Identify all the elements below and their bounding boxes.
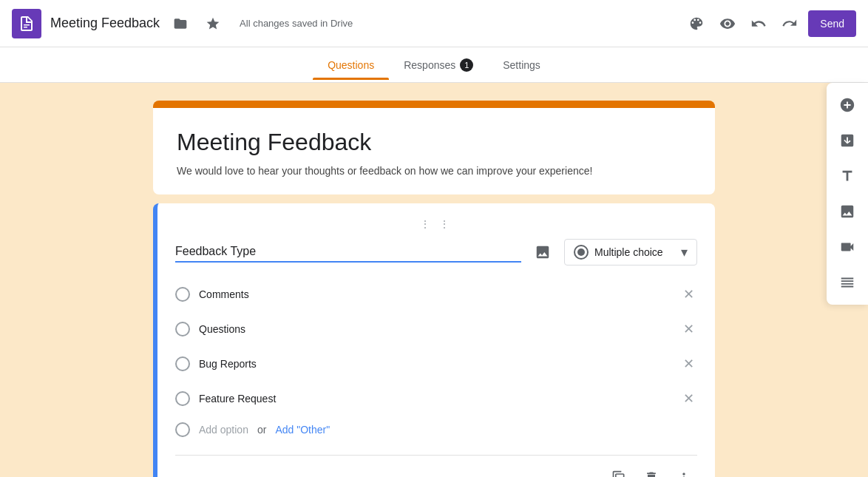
type-selector-label: Multiple choice — [594, 246, 675, 258]
delete-option-feature-request-button[interactable]: ✕ — [680, 388, 697, 410]
option-label-questions: Questions — [199, 323, 671, 335]
option-label-feature-request: Feature Request — [199, 393, 671, 405]
right-sidebar — [827, 83, 868, 305]
redo-button[interactable] — [777, 11, 802, 36]
add-other-link[interactable]: Add "Other" — [275, 424, 330, 436]
form-description: We would love to hear your thoughts or f… — [177, 165, 691, 177]
question-card: ⋮ ⋮ Multiple choice ▾ Comments ✕ — [153, 203, 715, 477]
duplicate-question-button[interactable] — [606, 464, 632, 477]
question-type-selector[interactable]: Multiple choice ▾ — [564, 239, 697, 265]
form-header-card: Meeting Feedback We would love to hear y… — [153, 101, 715, 194]
question-top-row: Multiple choice ▾ — [175, 239, 697, 265]
delete-option-bug-reports-button[interactable]: ✕ — [680, 353, 697, 375]
app-icon — [12, 9, 41, 38]
delete-option-questions-button[interactable]: ✕ — [680, 318, 697, 340]
form-title: Meeting Feedback — [177, 129, 691, 156]
add-option-radio — [175, 422, 190, 437]
chevron-down-icon: ▾ — [681, 244, 688, 260]
option-label-comments: Comments — [199, 288, 671, 300]
tab-responses[interactable]: Responses 1 — [389, 50, 488, 81]
document-title: Meeting Feedback — [50, 16, 160, 31]
radio-icon — [574, 245, 589, 260]
option-row: Comments ✕ — [175, 277, 697, 312]
delete-option-comments-button[interactable]: ✕ — [680, 283, 697, 305]
add-title-sidebar-button[interactable] — [831, 160, 864, 192]
add-option-placeholder[interactable]: Add option — [199, 424, 248, 436]
add-option-row: Add option or Add "Other" — [175, 416, 697, 443]
add-option-or-text: or — [257, 424, 266, 436]
option-row: Feature Request ✕ — [175, 382, 697, 416]
tab-settings[interactable]: Settings — [488, 50, 555, 80]
header-right: Send — [684, 10, 856, 37]
send-button[interactable]: Send — [808, 10, 856, 37]
options-list: Comments ✕ Questions ✕ Bug Reports ✕ Fea… — [175, 277, 697, 416]
saved-status: All changes saved in Drive — [240, 18, 353, 29]
radio-button-questions[interactable] — [175, 322, 190, 336]
preview-button[interactable] — [715, 11, 740, 36]
main-content: Meeting Feedback We would love to hear y… — [0, 83, 868, 477]
palette-button[interactable] — [684, 11, 709, 36]
undo-button[interactable] — [746, 11, 771, 36]
drag-handle-icon: ⋮ ⋮ — [175, 218, 697, 230]
add-image-button[interactable] — [530, 240, 555, 265]
add-section-sidebar-button[interactable] — [831, 266, 864, 299]
radio-icon-inner — [577, 248, 585, 256]
svg-rect-0 — [24, 24, 30, 26]
option-row: Questions ✕ — [175, 312, 697, 347]
option-row: Bug Reports ✕ — [175, 347, 697, 382]
add-video-sidebar-button[interactable] — [831, 231, 864, 263]
tabs-bar: Questions Responses 1 Settings — [0, 47, 868, 83]
radio-button-comments[interactable] — [175, 287, 190, 302]
card-bottom-toolbar — [175, 455, 697, 477]
tab-questions[interactable]: Questions — [313, 50, 389, 80]
add-image-sidebar-button[interactable] — [831, 195, 864, 228]
more-options-button[interactable] — [671, 464, 697, 477]
responses-badge: 1 — [460, 58, 473, 72]
star-button[interactable] — [201, 12, 225, 35]
radio-button-feature-request[interactable] — [175, 391, 190, 406]
svg-rect-1 — [24, 27, 27, 28]
import-questions-sidebar-button[interactable] — [831, 124, 864, 157]
app-header: Meeting Feedback All changes saved in Dr… — [0, 0, 868, 47]
question-input[interactable] — [175, 242, 521, 263]
option-label-bug-reports: Bug Reports — [199, 358, 671, 370]
header-left: Meeting Feedback All changes saved in Dr… — [12, 9, 684, 38]
add-question-sidebar-button[interactable] — [831, 89, 864, 121]
move-to-folder-button[interactable] — [169, 12, 192, 35]
delete-question-button[interactable] — [638, 464, 665, 477]
radio-button-bug-reports[interactable] — [175, 356, 190, 371]
